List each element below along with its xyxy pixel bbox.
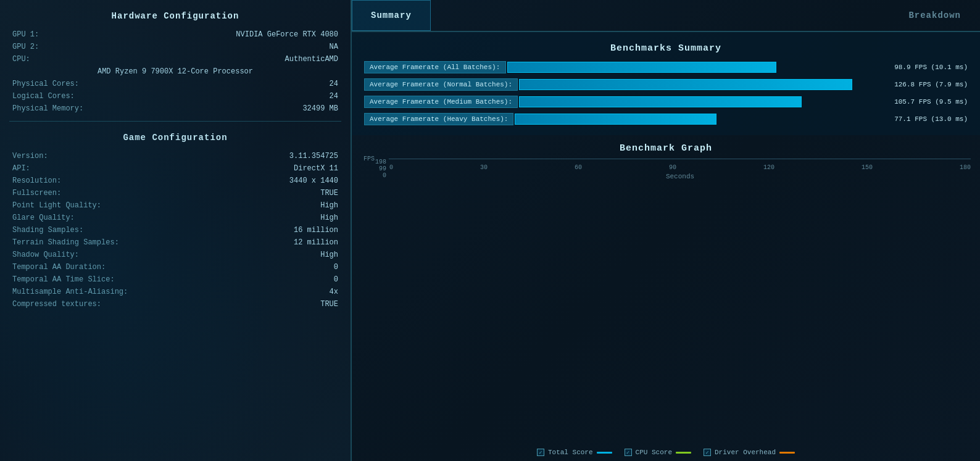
temporal-aa-slice-label: Temporal AA Time Slice:: [12, 275, 115, 284]
cpu-row: CPU: AuthenticAMD: [9, 53, 341, 65]
x-label-120: 120: [763, 164, 774, 171]
gpu1-value: NVIDIA GeForce RTX 4080: [236, 30, 338, 39]
tab-spacer: [431, 0, 890, 31]
benchmark-value-1: 126.8 FPS (7.9 ms): [887, 81, 968, 88]
benchmark-label-3: Average Framerate (Heavy Batches):: [364, 113, 513, 125]
gpu1-label: GPU 1:: [12, 30, 39, 39]
tab-summary[interactable]: Summary: [352, 0, 431, 31]
benchmark-value-2: 105.7 FPS (9.5 ms): [887, 98, 968, 106]
benchmark-label-0: Average Framerate (All Batches):: [364, 61, 506, 73]
physical-cores-label: Physical Cores:: [12, 80, 79, 88]
left-panel: Hardware Configuration GPU 1: NVIDIA GeF…: [0, 0, 352, 461]
logical-cores-row: Logical Cores: 24: [9, 90, 341, 102]
x-label-0: 0: [389, 164, 393, 171]
legend-label-driver: Driver Overhead: [715, 449, 776, 456]
benchmark-row-1: Average Framerate (Normal Batches): 126.…: [364, 78, 968, 91]
terrain-row: Terrain Shading Samples: 12 million: [9, 236, 341, 249]
msaa-label: Multisample Anti-Aliasing:: [12, 288, 128, 296]
api-row: API: DirectX 11: [9, 162, 341, 175]
temporal-aa-slice-value: 0: [334, 275, 338, 284]
tab-breakdown[interactable]: Breakdown: [889, 0, 980, 31]
api-value: DirectX 11: [294, 164, 338, 173]
shading-row: Shading Samples: 16 million: [9, 224, 341, 236]
right-panel: Summary Breakdown Benchmarks Summary Ave…: [352, 0, 980, 461]
api-label: API:: [12, 164, 30, 173]
fullscreen-row: Fullscreen: TRUE: [9, 187, 341, 199]
graph-area: 198 99 0 FPS: [389, 159, 971, 159]
physical-memory-value: 32499 MB: [302, 104, 338, 113]
fullscreen-label: Fullscreen:: [12, 189, 61, 197]
y-label-0: 0: [362, 172, 386, 179]
legend-check-total: ✓: [537, 449, 544, 456]
point-light-value: High: [320, 201, 338, 210]
shadow-value: High: [320, 251, 338, 259]
msaa-row: Multisample Anti-Aliasing: 4x: [9, 286, 341, 298]
logical-cores-value: 24: [330, 92, 338, 101]
benchmark-value-3: 77.1 FPS (13.0 ms): [887, 115, 968, 123]
temporal-aa-dur-label: Temporal AA Duration:: [12, 263, 106, 272]
version-label: Version:: [12, 152, 48, 160]
legend-label-cpu: CPU Score: [636, 449, 672, 456]
terrain-label: Terrain Shading Samples:: [12, 238, 119, 247]
legend: ✓ Total Score ✓ CPU Score ✓ Driver Overh…: [361, 446, 971, 458]
benchmark-label-2: Average Framerate (Medium Batches):: [364, 96, 518, 108]
fps-label: FPS: [363, 156, 375, 162]
physical-memory-label: Physical Memory:: [12, 104, 83, 113]
version-row: Version: 3.11.354725: [9, 150, 341, 162]
x-label-60: 60: [575, 164, 582, 171]
x-label-90: 90: [669, 164, 676, 171]
shadow-label: Shadow Quality:: [12, 251, 79, 259]
hardware-config-title: Hardware Configuration: [9, 6, 341, 28]
cpu-value: AuthenticAMD: [285, 55, 338, 64]
glare-label: Glare Quality:: [12, 214, 75, 222]
temporal-aa-slice-row: Temporal AA Time Slice: 0: [9, 273, 341, 286]
cpu-label: CPU:: [12, 55, 30, 64]
x-title: Seconds: [666, 173, 694, 180]
graph-section: Benchmark Graph 198 99 0 FPS: [352, 135, 980, 461]
legend-label-total: Total Score: [548, 449, 593, 456]
gpu2-label: GPU 2:: [12, 43, 39, 51]
x-label-150: 150: [862, 164, 873, 171]
compressed-label: Compressed textures:: [12, 300, 101, 309]
fullscreen-value: TRUE: [320, 189, 338, 197]
resolution-label: Resolution:: [12, 177, 61, 185]
shadow-row: Shadow Quality: High: [9, 249, 341, 261]
point-light-row: Point Light Quality: High: [9, 199, 341, 212]
resolution-value: 3440 x 1440: [289, 177, 338, 185]
graph-title: Benchmark Graph: [361, 140, 971, 159]
legend-driver-overhead: ✓ Driver Overhead: [704, 449, 795, 456]
benchmark-rows: Average Framerate (All Batches): 98.9 FP…: [364, 61, 968, 125]
point-light-label: Point Light Quality:: [12, 201, 101, 210]
summary-title: Benchmarks Summary: [364, 38, 968, 61]
hardware-divider: [9, 121, 341, 122]
physical-memory-row: Physical Memory: 32499 MB: [9, 102, 341, 115]
resolution-row: Resolution: 3440 x 1440: [9, 175, 341, 187]
legend-check-cpu: ✓: [625, 449, 632, 456]
terrain-value: 12 million: [294, 238, 338, 247]
gpu2-value: NA: [330, 43, 338, 51]
compressed-row: Compressed textures: TRUE: [9, 298, 341, 310]
shading-value: 16 million: [294, 226, 338, 235]
physical-cores-row: Physical Cores: 24: [9, 78, 341, 90]
benchmark-row-2: Average Framerate (Medium Batches): 105.…: [364, 96, 968, 108]
y-label-99: 99: [362, 165, 386, 172]
x-label-30: 30: [480, 164, 488, 171]
legend-cpu-score: ✓ CPU Score: [625, 449, 691, 456]
gpu1-row: GPU 1: NVIDIA GeForce RTX 4080: [9, 28, 341, 41]
logical-cores-label: Logical Cores:: [12, 92, 75, 101]
legend-total-score: ✓ Total Score: [537, 449, 612, 456]
game-config-title: Game Configuration: [9, 128, 341, 150]
benchmark-row-3: Average Framerate (Heavy Batches): 77.1 …: [364, 113, 968, 125]
temporal-aa-dur-row: Temporal AA Duration: 0: [9, 261, 341, 273]
gpu2-row: GPU 2: NA: [9, 41, 341, 53]
shading-label: Shading Samples:: [12, 226, 83, 235]
x-label-180: 180: [960, 164, 971, 171]
benchmark-row-0: Average Framerate (All Batches): 98.9 FP…: [364, 61, 968, 73]
graph-x-labels: 0 30 60 90 120 150 180: [389, 164, 971, 171]
temporal-aa-dur-value: 0: [334, 263, 338, 272]
version-value: 3.11.354725: [289, 152, 338, 160]
tabs-bar: Summary Breakdown: [352, 0, 980, 32]
legend-check-driver: ✓: [704, 449, 711, 456]
benchmark-label-1: Average Framerate (Normal Batches):: [364, 78, 518, 91]
glare-row: Glare Quality: High: [9, 212, 341, 224]
